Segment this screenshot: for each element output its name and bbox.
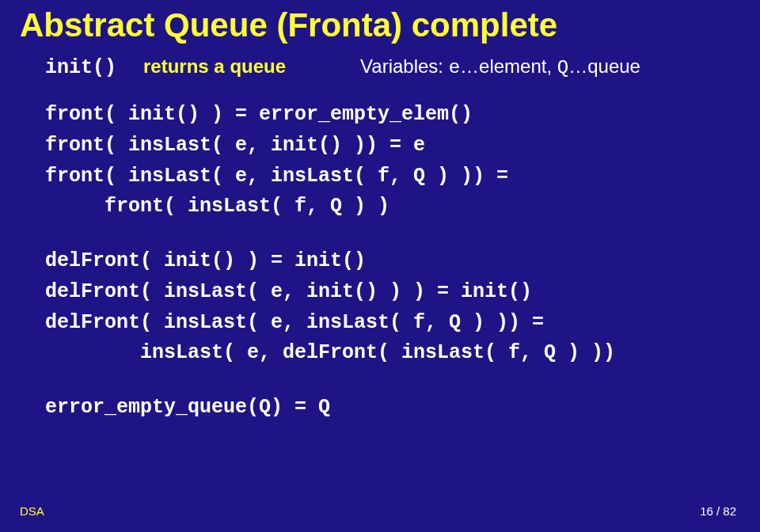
delfront-axioms: delFront( init() ) = init() delFront( in… [45, 246, 740, 369]
footer-left: DSA [20, 504, 44, 518]
var-e: e [449, 57, 460, 78]
slide-title: Abstract Queue (Fronta) complete [20, 6, 740, 44]
footer: DSA 16 / 82 [20, 504, 736, 518]
signature-line: init() returns a queue Variables: e…elem… [45, 55, 740, 79]
slide: Abstract Queue (Fronta) complete init() … [0, 0, 760, 532]
returns-label: returns a queue [143, 55, 286, 78]
front-axioms: front( init() ) = error_empty_elem() fro… [45, 100, 740, 222]
footer-right: 16 / 82 [700, 504, 736, 518]
var-element: …element, [460, 55, 557, 77]
var-queue: …queue [568, 55, 640, 77]
slide-content: init() returns a queue Variables: e…elem… [20, 55, 740, 424]
variables-text: Variables: e…element, Q…queue [360, 55, 640, 78]
init-call: init() [45, 56, 116, 79]
error-axiom: error_empty_queue(Q) = Q [45, 393, 740, 424]
var-Q: Q [557, 57, 568, 78]
variables-label: Variables: [360, 55, 449, 77]
